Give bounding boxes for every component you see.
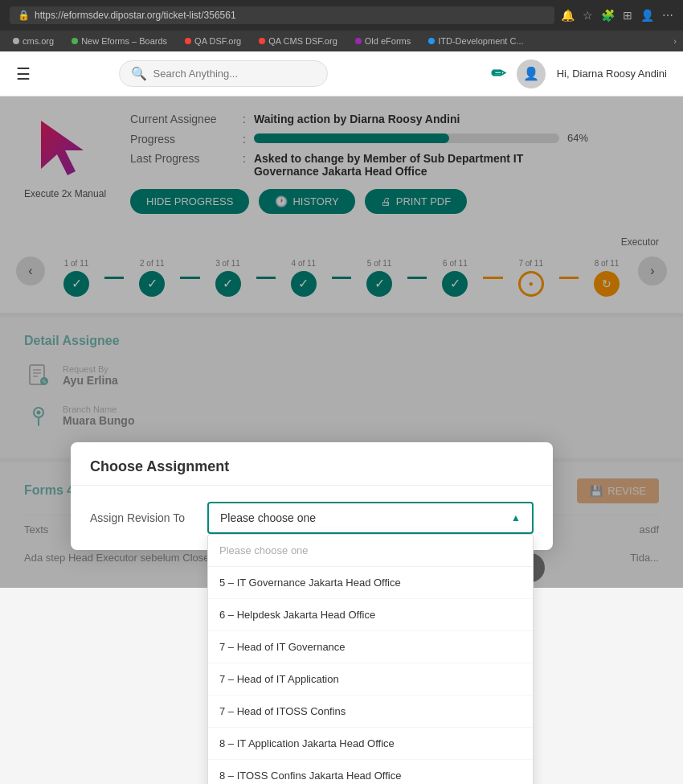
modal-header: Choose Assignment [71,442,553,486]
search-icon: 🔍 [131,66,147,81]
more-icon[interactable]: ⋯ [662,9,673,22]
tab-label: Old eForms [365,36,411,46]
modal-body: Assign Revision To Please choose one ▲ P… [71,486,553,550]
tab-cms[interactable]: cms.org [6,34,60,48]
tab-label: QA DSF.org [194,36,241,46]
header-icons: ✏ 👤 Hi, Diarna Roosy Andini [491,60,667,88]
browser-tabs: cms.org New Eforms – Boards QA DSF.org Q… [0,31,683,51]
browser-chrome: 🔒 https://eformsdev.dipostar.org/ticket-… [0,0,683,31]
choose-assignment-modal: Choose Assignment Assign Revision To Ple… [71,442,553,550]
profile-icon[interactable]: 👤 [640,9,654,22]
dropdown-trigger[interactable]: Please choose one ▲ [207,502,534,534]
assign-revision-label: Assign Revision To [90,511,194,524]
tab-overflow-icon[interactable]: › [673,36,677,46]
avatar-icon: 👤 [523,66,539,81]
dropdown-item-7b[interactable]: 7 – Head of IT Application [208,663,533,696]
eforms-logo-icon: ✏ [491,64,505,84]
tab-label: New Eforms – Boards [81,36,167,46]
tab-qa-cms-dsf[interactable]: QA CMS DSF.org [252,34,344,48]
tab-label: QA CMS DSF.org [268,36,337,46]
tab-eforms-boards[interactable]: New Eforms – Boards [65,34,174,48]
menu-hamburger-icon[interactable]: ☰ [16,64,31,84]
url-text: https://eformsdev.dipostar.org/ticket-li… [35,10,236,21]
tab-qa-dsf[interactable]: QA DSF.org [178,34,247,48]
tab-itd-dev[interactable]: ITD-Development C... [422,34,530,48]
assign-row: Assign Revision To Please choose one ▲ P… [90,502,534,534]
dropdown-item-8b[interactable]: 8 – ITOSS Confins Jakarta Head Office [208,760,533,784]
search-input[interactable] [153,68,316,80]
dropdown-placeholder-item[interactable]: Please choose one [208,535,533,567]
search-bar[interactable]: 🔍 [119,60,328,87]
dropdown-item-5[interactable]: 5 – IT Governance Jakarta Head Office [208,567,533,599]
chevron-up-icon: ▲ [511,512,521,523]
dropdown-wrapper: Please choose one ▲ Please choose one 5 … [207,502,534,534]
dropdown-item-7c[interactable]: 7 – Head of ITOSS Confins [208,696,533,728]
tab-old-eforms[interactable]: Old eForms [349,34,417,48]
modal-title: Choose Assignment [90,458,229,474]
extensions-icon[interactable]: 🧩 [601,9,615,22]
browser-action-icons: 🔔 ☆ 🧩 ⊞ 👤 ⋯ [561,9,673,22]
address-bar[interactable]: 🔒 https://eformsdev.dipostar.org/ticket-… [10,6,554,24]
greeting-text: Hi, Diarna Roosy Andini [557,68,667,80]
tab-label: ITD-Development C... [438,36,523,46]
tab-icon[interactable]: ⊞ [623,9,632,22]
tab-label: cms.org [22,36,54,46]
dropdown-item-7a[interactable]: 7 – Head of IT Governance [208,631,533,663]
dropdown-item-6[interactable]: 6 – Helpdesk Jakarta Head Office [208,599,533,631]
lock-icon: 🔒 [18,10,30,21]
dropdown-list: Please choose one 5 – IT Governance Jaka… [207,534,534,784]
app-header: ☰ 🔍 ✏ 👤 Hi, Diarna Roosy Andini [0,51,683,96]
bookmark-icon[interactable]: ☆ [583,9,593,22]
dropdown-item-8a[interactable]: 8 – IT Application Jakarta Head Office [208,728,533,760]
main-content: Execute 2x Manual Current Assignee : Wai… [0,96,683,588]
dropdown-selected-text: Please choose one [220,511,316,524]
avatar[interactable]: 👤 [517,60,546,88]
share-icon[interactable]: 🔔 [561,9,575,22]
